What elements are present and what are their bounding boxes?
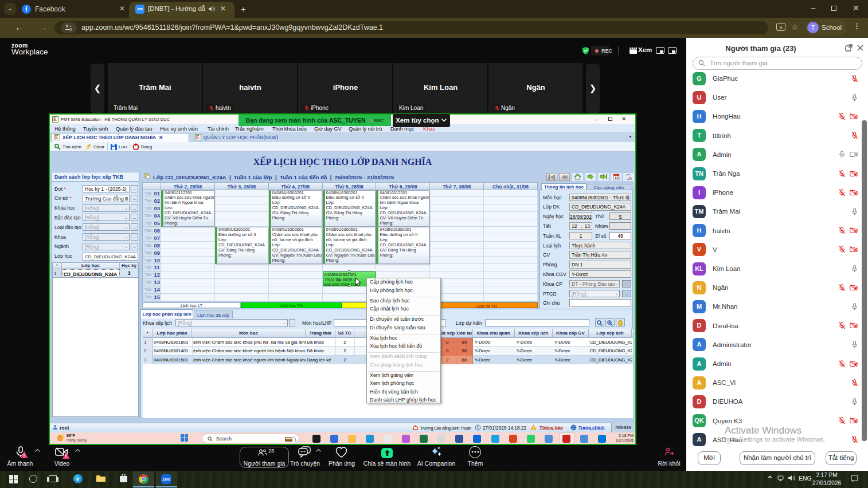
svg-text:13: 13: [615, 176, 619, 180]
svg-text:!: !: [533, 426, 534, 430]
svg-text:!: !: [24, 452, 25, 458]
svg-text:!: !: [65, 453, 67, 459]
